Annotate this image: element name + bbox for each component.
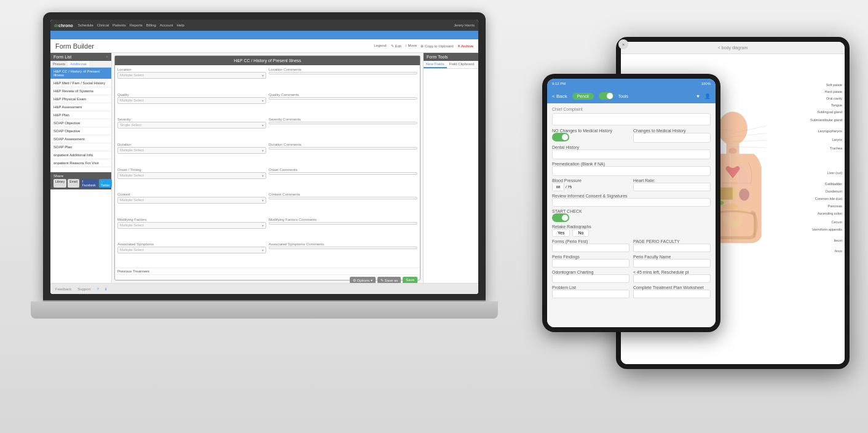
onset-select[interactable]: Multiple Select▾ — [117, 172, 266, 179]
context-select[interactable]: Multiple Select▾ — [117, 197, 266, 204]
nav-clinical[interactable]: Clinical — [97, 23, 109, 27]
chief-complaint-field[interactable] — [552, 113, 711, 125]
support-link[interactable]: Support — [77, 287, 90, 291]
field-duration-comments: Duration Comments — [269, 143, 417, 165]
premedication-field[interactable] — [552, 166, 711, 176]
tablet-screen: 9:12 PM 100% < Back Pencil Tools ♥ 👤 Chi… — [547, 79, 716, 327]
quality-comments-input[interactable] — [269, 97, 417, 100]
modifying-select[interactable]: Multiple Select▾ — [117, 222, 266, 229]
heart-icon[interactable]: ♥ — [696, 93, 700, 99]
location-comments-input[interactable] — [269, 72, 417, 74]
drchrono-logo: drchrono — [54, 23, 73, 28]
laptop-bezel: drchrono Schedule Clinical Patients Repo… — [43, 12, 486, 301]
severity-select[interactable]: Single Select▾ — [117, 122, 266, 129]
tab-field-clipboard[interactable]: Field Clipboard — [447, 61, 476, 68]
yes-button[interactable]: Yes — [552, 229, 570, 237]
duration-comments-input[interactable] — [269, 147, 417, 149]
tablet-device: 9:12 PM 100% < Back Pencil Tools ♥ 👤 Chi… — [542, 74, 720, 332]
medical-history-row: NO Changes to Medical History Changes to… — [552, 129, 711, 143]
associated-select[interactable]: Multiple Select▾ — [117, 247, 266, 253]
forms-perio-field[interactable] — [552, 244, 629, 252]
treatment-field[interactable] — [633, 290, 711, 298]
field-duration: Duration Multiple Select▾ — [117, 143, 266, 165]
back-button[interactable]: < Back — [552, 93, 567, 99]
people-icon[interactable]: 👤 — [704, 93, 711, 99]
label-oral-cavity: Oral cavity — [826, 97, 842, 100]
odontogram-field[interactable] — [552, 274, 629, 283]
page-perio-field[interactable] — [633, 244, 711, 252]
problem-label: Problem List — [552, 285, 629, 290]
legend-archive: ✕ Archive — [457, 44, 473, 48]
no-button[interactable]: No — [572, 229, 589, 237]
quality-select[interactable]: Multiple Select▾ — [117, 97, 266, 104]
forms-perio-label: Forms (Perio First) — [552, 239, 629, 244]
odontogram-col: Odontogram Charting — [552, 270, 629, 283]
start-check-toggle[interactable] — [552, 213, 569, 222]
form-item-4[interactable]: H&P Assessment — [50, 103, 111, 111]
toggle-switch[interactable] — [599, 92, 614, 100]
form-item-3[interactable]: H&P Physical Exam — [50, 95, 111, 103]
nav-schedule[interactable]: Schedule — [78, 23, 93, 27]
pencil-button[interactable]: Pencil — [572, 93, 594, 100]
form-tools-panel: Form Tools New Fields Field Clipboard — [423, 53, 478, 283]
tab-presets[interactable]: Presets — [50, 61, 68, 67]
tab-additional[interactable]: Additional — [68, 61, 89, 67]
dental-history-field[interactable] — [552, 149, 711, 159]
form-item-5[interactable]: H&P Plan — [50, 111, 111, 119]
bp-sys[interactable]: 68 — [552, 183, 564, 191]
form-item-10[interactable]: onpatient Additional Info — [50, 151, 111, 159]
tab-new-fields[interactable]: New Fields — [424, 61, 447, 68]
share-facebook[interactable]: f Facebook — [81, 179, 98, 188]
share-twitter[interactable]: 🐦 Twitter — [99, 179, 112, 188]
reschedule-field[interactable] — [633, 274, 711, 283]
sub-navbar — [50, 31, 478, 39]
perio-faculty-field[interactable] — [633, 259, 711, 268]
form-list-tabs: Presets Additional — [50, 61, 111, 68]
user-name: Jenny Harris — [454, 23, 475, 27]
toggle-sm-knob — [562, 134, 568, 140]
nav-reports[interactable]: Reports — [130, 23, 143, 27]
bp-inputs: 68 / 75 — [552, 183, 629, 191]
form-item-1[interactable]: H&P Med / Fam / Social History — [50, 79, 111, 87]
help-icon[interactable]: ? — [97, 287, 98, 291]
onset-comments-input[interactable] — [269, 172, 417, 175]
forms-perio-col: Forms (Perio First) — [552, 239, 629, 252]
form-item-7[interactable]: SOAP Objective — [50, 127, 111, 135]
nav-patients[interactable]: Patients — [112, 23, 126, 27]
problem-field[interactable] — [552, 290, 629, 298]
modifying-comments-input[interactable] — [269, 222, 417, 224]
associated-comments-input[interactable] — [269, 247, 417, 249]
duration-select[interactable]: Multiple Select▾ — [117, 147, 266, 154]
share-email[interactable]: Email — [68, 179, 79, 188]
form-item-11[interactable]: onpatient Reasons For Visit — [50, 159, 111, 167]
form-item-0[interactable]: H&P CC / History of Present Illness — [50, 68, 111, 79]
nav-billing[interactable]: Billing — [146, 23, 156, 27]
start-check-knob — [562, 215, 568, 221]
form-item-6[interactable]: SOAP Objective — [50, 119, 111, 127]
info-icon[interactable]: ℹ — [105, 287, 106, 291]
hr-field[interactable] — [633, 183, 711, 191]
nav-help[interactable]: Help — [177, 23, 184, 27]
topbar-right: Jenny Harris — [454, 23, 475, 27]
hr-col: Heart Rate: — [633, 178, 711, 191]
no-changes-toggle[interactable] — [552, 133, 569, 141]
nav-account[interactable]: Account — [160, 23, 173, 27]
close-button[interactable]: × — [621, 42, 628, 49]
changes-field[interactable] — [633, 133, 711, 143]
form-item-9[interactable]: SOAP Plan — [50, 143, 111, 151]
feedback-link[interactable]: Feedback — [55, 287, 71, 291]
odontogram-label: Odontogram Charting — [552, 270, 629, 274]
context-comments-input[interactable] — [269, 197, 417, 199]
perio-findings-field[interactable] — [552, 259, 629, 268]
severity-comments-input[interactable] — [269, 122, 417, 124]
form-box: H&P CC / History of Present Illness Loca… — [114, 55, 420, 280]
location-select[interactable]: Multiple Select▾ — [117, 72, 266, 79]
legend-bar: Legend: ✎ Edit ↕ Move ⊕ Copy to clipboar… — [374, 44, 473, 48]
hr-label: Heart Rate: — [633, 178, 711, 183]
changes-col: Changes to Medical History — [633, 129, 711, 143]
share-library[interactable]: Library — [53, 179, 66, 188]
form-item-8[interactable]: SOAP Assessment — [50, 135, 111, 143]
form-item-2[interactable]: H&P Review of Systems — [50, 87, 111, 95]
perio-findings-col: Perio Findings — [552, 255, 629, 268]
consent-field[interactable] — [552, 198, 711, 207]
